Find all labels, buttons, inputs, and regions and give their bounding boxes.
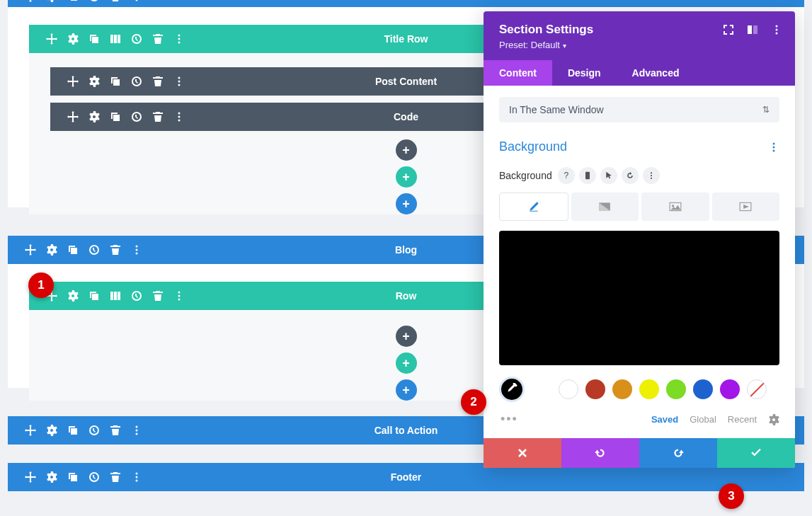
add-section-button[interactable]: + (396, 379, 417, 401)
more-icon[interactable] (643, 167, 660, 184)
more-icon[interactable] (131, 471, 142, 483)
more-icon[interactable] (131, 0, 142, 2)
save-icon[interactable] (88, 0, 100, 2)
chevron-up-icon[interactable] (780, 0, 791, 2)
svg-point-28 (776, 33, 778, 35)
preset-saved[interactable]: Saved (651, 414, 678, 425)
power-icon[interactable] (88, 244, 100, 256)
duplicate-icon[interactable] (67, 425, 79, 436)
trash-icon[interactable] (152, 290, 164, 302)
add-row-button[interactable]: + (396, 166, 417, 188)
save-button[interactable] (717, 438, 795, 468)
reset-icon[interactable] (622, 167, 639, 184)
panel-header[interactable]: Section Settings Preset: Default (484, 11, 795, 60)
phone-icon[interactable] (579, 167, 596, 184)
swatch-blue[interactable] (693, 379, 713, 399)
more-icon[interactable] (173, 290, 185, 302)
swatch-orange[interactable] (612, 379, 632, 399)
add-section-button[interactable]: + (396, 193, 417, 214)
trash-icon[interactable] (110, 471, 121, 483)
move-icon[interactable] (25, 425, 36, 436)
bg-image-tab[interactable] (641, 193, 709, 221)
eyedropper-swatch[interactable] (499, 377, 525, 402)
trash-icon[interactable] (110, 425, 121, 436)
move-icon[interactable] (25, 471, 36, 483)
gear-icon[interactable] (67, 33, 79, 45)
power-icon[interactable] (131, 111, 142, 122)
preset-global[interactable]: Global (690, 414, 716, 425)
link-target-dropdown[interactable]: In The Same Window (499, 97, 779, 122)
redo-button[interactable] (639, 438, 717, 468)
duplicate-icon[interactable] (88, 33, 100, 45)
add-module-button[interactable]: + (396, 326, 417, 347)
more-icon[interactable] (131, 425, 142, 436)
svg-point-26 (776, 25, 778, 28)
trash-icon[interactable] (110, 244, 121, 256)
duplicate-icon[interactable] (110, 76, 121, 87)
more-icon[interactable] (771, 24, 782, 35)
hover-icon[interactable] (600, 167, 617, 184)
power-icon[interactable] (88, 471, 100, 483)
expand-icon[interactable] (723, 24, 734, 35)
duplicate-icon[interactable] (67, 244, 79, 256)
trash-icon[interactable] (152, 33, 164, 45)
gear-icon[interactable] (67, 290, 79, 302)
undo-button[interactable] (561, 438, 639, 468)
move-icon[interactable] (25, 244, 36, 256)
trash-icon[interactable] (110, 0, 121, 2)
swatch-yellow[interactable] (639, 379, 659, 399)
more-icon[interactable] (131, 244, 142, 256)
columns-icon[interactable] (110, 33, 121, 45)
duplicate-icon[interactable] (67, 471, 79, 483)
swatch-white[interactable] (559, 379, 578, 399)
color-preview[interactable] (499, 231, 779, 365)
gear-icon[interactable] (88, 76, 100, 87)
more-icon[interactable] (173, 33, 185, 45)
duplicate-icon[interactable] (110, 111, 121, 122)
bg-color-tab[interactable] (499, 193, 568, 221)
trash-icon[interactable] (152, 76, 164, 87)
trash-icon[interactable] (152, 111, 164, 122)
more-icon[interactable] (768, 142, 779, 153)
section-our-services[interactable]: Our Services (8, 0, 804, 7)
cancel-button[interactable] (484, 438, 561, 468)
duplicate-icon[interactable] (88, 290, 100, 302)
gear-icon[interactable] (768, 414, 779, 425)
svg-point-22 (136, 476, 138, 478)
add-module-button[interactable]: + (396, 139, 417, 161)
section-label: Call to Action (374, 425, 438, 436)
help-icon[interactable]: ? (558, 167, 575, 184)
power-icon[interactable] (131, 290, 142, 302)
columns-icon[interactable] (110, 290, 121, 302)
more-icon[interactable] (173, 111, 185, 122)
gear-icon[interactable] (46, 244, 57, 256)
gear-icon[interactable] (46, 0, 57, 2)
move-icon[interactable] (25, 0, 36, 2)
move-icon[interactable] (67, 111, 79, 122)
swatch-purple[interactable] (720, 379, 740, 399)
snap-icon[interactable] (747, 24, 758, 35)
panel-preset[interactable]: Preset: Default (499, 40, 779, 50)
tab-design[interactable]: Design (552, 60, 617, 86)
swatch-green[interactable] (666, 379, 686, 399)
tab-content[interactable]: Content (484, 60, 552, 86)
swatch-transparent[interactable] (747, 379, 767, 399)
gear-icon[interactable] (46, 471, 57, 483)
power-icon[interactable] (131, 33, 142, 45)
bg-video-tab[interactable] (712, 193, 780, 221)
bg-gradient-tab[interactable] (571, 193, 639, 221)
more-colors-icon[interactable]: ••• (501, 412, 518, 427)
more-icon[interactable] (173, 76, 185, 87)
tab-advanced[interactable]: Advanced (617, 60, 695, 86)
move-icon[interactable] (46, 33, 57, 45)
add-row-button[interactable]: + (396, 352, 417, 374)
swatch-black[interactable] (532, 379, 551, 399)
gear-icon[interactable] (46, 425, 57, 436)
gear-icon[interactable] (88, 111, 100, 122)
duplicate-icon[interactable] (67, 0, 79, 2)
move-icon[interactable] (67, 76, 79, 87)
swatch-darkred[interactable] (585, 379, 605, 399)
power-icon[interactable] (88, 425, 100, 436)
preset-recent[interactable]: Recent (728, 414, 757, 425)
power-icon[interactable] (131, 76, 142, 87)
